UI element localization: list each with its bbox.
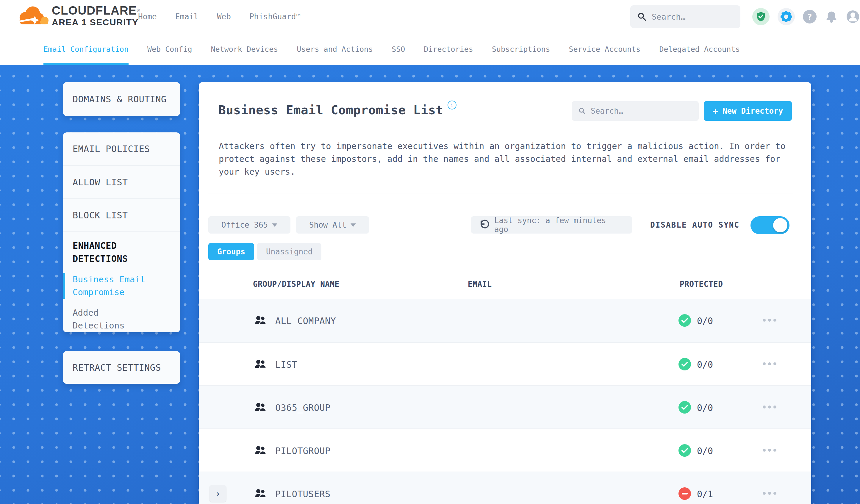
sidebar-item-block-list[interactable]: BLOCK LIST <box>63 199 180 231</box>
list-search[interactable] <box>572 101 699 121</box>
help-icon[interactable]: ? <box>803 10 817 24</box>
group-name: PILOTGROUP <box>275 446 331 456</box>
table-row[interactable]: › LIST 0/0 <box>199 342 811 385</box>
table-row[interactable]: › PILOTGROUP 0/0 <box>199 429 811 472</box>
check-icon <box>682 361 688 367</box>
group-name: PILOTUSERS <box>275 489 331 499</box>
unassigned-tab[interactable]: Unassigned <box>257 243 322 260</box>
chevron-down-icon <box>350 224 356 227</box>
tab-users-and-actions[interactable]: Users and Actions <box>297 33 373 65</box>
group-name: LIST <box>275 359 297 370</box>
filter-row: Office 365 Show All Last sync: a few min… <box>199 216 811 234</box>
groups-tab[interactable]: Groups <box>208 243 254 260</box>
table-row[interactable]: › PILOTUSERS 0/1 <box>199 472 811 504</box>
protected-status-badge <box>678 314 691 327</box>
search-icon <box>578 107 586 115</box>
protected-count: 0/0 <box>697 359 713 370</box>
sidebar-item-email-policies[interactable]: EMAIL POLICIES <box>63 132 180 165</box>
minus-icon <box>682 493 688 494</box>
page-title: Business Email Compromise List <box>218 103 443 117</box>
search-icon <box>637 12 646 21</box>
new-directory-button[interactable]: + New Directory <box>704 101 792 121</box>
cloudflare-cloud-icon <box>17 5 49 26</box>
chevron-down-icon <box>272 224 277 227</box>
nav-email[interactable]: Email <box>175 12 199 21</box>
sidebar-item-business-email-compromise[interactable]: Business Email Compromise <box>63 273 180 299</box>
sidebar-card-domains-routing[interactable]: DOMAINS & ROUTING <box>63 82 180 116</box>
account-avatar-icon[interactable] <box>846 10 859 23</box>
tab-subscriptions[interactable]: Subscriptions <box>492 33 550 65</box>
section-tabbar: Email Configuration Web Config Network D… <box>0 33 860 65</box>
view-switch: Groups Unassigned <box>208 243 321 260</box>
group-people-icon <box>255 402 267 413</box>
groups-table: › ALL COMPANY 0/0 › LIST 0/0 <box>199 299 811 504</box>
app-header: CLOUDFLARE® AREA 1 SECURITY Home Email W… <box>0 0 860 33</box>
brand-name: CLOUDFLARE® <box>52 3 140 17</box>
check-icon <box>682 405 688 410</box>
refresh-icon <box>479 219 489 230</box>
directory-source-dropdown[interactable]: Office 365 <box>208 216 290 233</box>
tab-delegated-accounts[interactable]: Delegated Accounts <box>659 33 740 65</box>
table-row[interactable]: › ALL COMPANY 0/0 <box>199 299 811 342</box>
table-header: GROUP/DISPLAY NAME EMAIL PROTECTED <box>199 280 811 293</box>
group-name: O365_GROUP <box>275 403 331 413</box>
expand-chevron-button[interactable]: › <box>210 485 226 502</box>
nav-phishguard[interactable]: PhishGuard™ <box>249 12 301 21</box>
protected-count: 0/0 <box>697 403 713 413</box>
group-name: ALL COMPANY <box>275 316 336 326</box>
table-row[interactable]: › O365_GROUP 0/0 <box>199 385 811 429</box>
check-icon <box>682 318 688 323</box>
auto-sync-toggle[interactable] <box>750 216 789 234</box>
list-search-input[interactable] <box>591 106 692 115</box>
sidebar-card-retract[interactable]: RETRACT SETTINGS <box>63 351 180 384</box>
tab-web-config[interactable]: Web Config <box>147 33 192 65</box>
notifications-bell-icon[interactable] <box>825 10 838 24</box>
global-search-input[interactable] <box>652 12 733 21</box>
brand-subname: AREA 1 SECURITY <box>52 17 140 27</box>
tab-service-accounts[interactable]: Service Accounts <box>569 33 641 65</box>
page-title-wrap: Business Email Compromise List i <box>218 103 457 117</box>
group-people-icon <box>255 359 267 370</box>
row-menu-button[interactable] <box>763 449 776 452</box>
group-people-icon <box>255 488 267 500</box>
tab-sso[interactable]: SSO <box>392 33 405 65</box>
row-menu-button[interactable] <box>763 405 776 408</box>
settings-gear-icon[interactable] <box>777 8 795 25</box>
row-menu-button[interactable] <box>763 362 776 365</box>
sidebar-card-email: EMAIL POLICIES ALLOW LIST BLOCK LIST ENH… <box>63 132 180 332</box>
info-icon[interactable]: i <box>447 101 457 110</box>
sidebar-item-allow-list[interactable]: ALLOW LIST <box>63 165 180 199</box>
plus-icon: + <box>713 106 718 116</box>
column-header-email: EMAIL <box>468 280 492 289</box>
primary-nav: Home Email Web PhishGuard™ <box>138 0 301 33</box>
last-sync-button[interactable]: Last sync: a few minutes ago <box>471 216 632 233</box>
show-filter-dropdown[interactable]: Show All <box>296 216 369 233</box>
sidebar-item-enhanced-detections[interactable]: ENHANCED DETECTIONS <box>73 239 156 265</box>
sidebar-item-retract-settings[interactable]: RETRACT SETTINGS <box>63 362 161 373</box>
group-people-icon <box>255 315 267 326</box>
global-search[interactable] <box>630 5 740 28</box>
tab-network-devices[interactable]: Network Devices <box>211 33 278 65</box>
nav-home[interactable]: Home <box>138 12 157 21</box>
tab-directories[interactable]: Directories <box>424 33 473 65</box>
nav-web[interactable]: Web <box>217 12 231 21</box>
toggle-knob <box>773 218 787 232</box>
column-header-name: GROUP/DISPLAY NAME <box>253 280 340 289</box>
protected-status-badge <box>678 444 691 457</box>
group-people-icon <box>255 445 267 456</box>
row-menu-button[interactable] <box>763 319 776 322</box>
tab-email-configuration[interactable]: Email Configuration <box>43 33 129 65</box>
cloudflare-logo[interactable]: CLOUDFLARE® AREA 1 SECURITY <box>17 3 140 27</box>
protected-status-badge <box>678 401 691 414</box>
sidebar-item-added-detections[interactable]: Added Detections <box>73 306 180 332</box>
verified-shield-icon[interactable] <box>752 8 770 25</box>
protected-count: 0/0 <box>697 446 713 456</box>
protected-count: 0/1 <box>697 489 713 499</box>
row-menu-button[interactable] <box>763 492 776 495</box>
column-header-protected: PROTECTED <box>680 280 723 289</box>
sidebar-item-domains-routing[interactable]: DOMAINS & ROUTING <box>63 94 167 104</box>
check-icon <box>682 448 688 453</box>
protected-count: 0/0 <box>697 316 713 326</box>
page-description: Attackers often try to impersonate execu… <box>219 140 799 178</box>
header-icon-cluster: ? <box>752 0 859 33</box>
